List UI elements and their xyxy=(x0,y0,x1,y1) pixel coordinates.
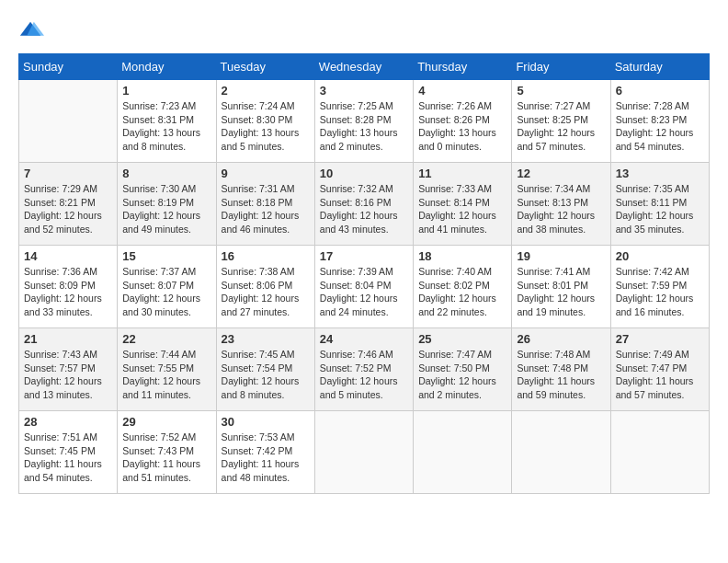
day-info: Sunrise: 7:51 AM Sunset: 7:45 PM Dayligh… xyxy=(24,431,112,485)
calendar-cell: 3Sunrise: 7:25 AM Sunset: 8:28 PM Daylig… xyxy=(314,80,413,163)
day-info: Sunrise: 7:26 AM Sunset: 8:26 PM Dayligh… xyxy=(418,99,506,154)
day-number: 8 xyxy=(122,167,210,180)
calendar-cell: 9Sunrise: 7:31 AM Sunset: 8:18 PM Daylig… xyxy=(216,163,314,246)
calendar-header-row: SundayMondayTuesdayWednesdayThursdayFrid… xyxy=(19,54,710,80)
day-number: 28 xyxy=(24,415,112,429)
calendar-cell: 25Sunrise: 7:47 AM Sunset: 7:50 PM Dayli… xyxy=(414,328,512,411)
day-number: 12 xyxy=(517,167,605,180)
day-info: Sunrise: 7:36 AM Sunset: 8:09 PM Dayligh… xyxy=(24,265,112,319)
day-info: Sunrise: 7:25 AM Sunset: 8:28 PM Dayligh… xyxy=(320,99,408,154)
day-info: Sunrise: 7:49 AM Sunset: 7:47 PM Dayligh… xyxy=(616,348,704,402)
calendar-cell: 27Sunrise: 7:49 AM Sunset: 7:47 PM Dayli… xyxy=(610,328,709,411)
calendar-cell: 22Sunrise: 7:44 AM Sunset: 7:55 PM Dayli… xyxy=(118,328,216,411)
day-info: Sunrise: 7:40 AM Sunset: 8:02 PM Dayligh… xyxy=(418,265,506,319)
calendar-week-row: 28Sunrise: 7:51 AM Sunset: 7:45 PM Dayli… xyxy=(19,411,710,494)
calendar-week-row: 21Sunrise: 7:43 AM Sunset: 7:57 PM Dayli… xyxy=(19,328,710,411)
day-number: 2 xyxy=(222,84,310,98)
day-info: Sunrise: 7:32 AM Sunset: 8:16 PM Dayligh… xyxy=(320,182,408,236)
calendar-cell: 21Sunrise: 7:43 AM Sunset: 7:57 PM Dayli… xyxy=(19,328,118,411)
day-info: Sunrise: 7:46 AM Sunset: 7:52 PM Dayligh… xyxy=(320,348,408,402)
calendar-cell: 16Sunrise: 7:38 AM Sunset: 8:06 PM Dayli… xyxy=(216,246,314,328)
day-number: 26 xyxy=(517,332,605,346)
day-number: 7 xyxy=(24,167,112,180)
calendar-cell xyxy=(314,411,413,494)
day-info: Sunrise: 7:23 AM Sunset: 8:31 PM Dayligh… xyxy=(122,99,210,154)
day-number: 30 xyxy=(222,415,310,429)
day-info: Sunrise: 7:41 AM Sunset: 8:01 PM Dayligh… xyxy=(517,265,605,319)
day-info: Sunrise: 7:48 AM Sunset: 7:48 PM Dayligh… xyxy=(517,348,605,402)
calendar-cell: 1Sunrise: 7:23 AM Sunset: 8:31 PM Daylig… xyxy=(118,80,216,163)
day-number: 29 xyxy=(122,415,210,429)
day-number: 11 xyxy=(418,167,506,180)
day-number: 25 xyxy=(418,332,506,346)
day-info: Sunrise: 7:30 AM Sunset: 8:19 PM Dayligh… xyxy=(122,182,210,236)
page-header xyxy=(18,18,710,44)
day-number: 21 xyxy=(24,332,112,346)
day-info: Sunrise: 7:45 AM Sunset: 7:54 PM Dayligh… xyxy=(222,348,310,402)
day-number: 9 xyxy=(222,167,310,180)
day-number: 27 xyxy=(616,332,704,346)
col-header-tuesday: Tuesday xyxy=(216,54,314,80)
calendar-week-row: 1Sunrise: 7:23 AM Sunset: 8:31 PM Daylig… xyxy=(19,80,710,163)
day-info: Sunrise: 7:39 AM Sunset: 8:04 PM Dayligh… xyxy=(320,265,408,319)
calendar-cell: 23Sunrise: 7:45 AM Sunset: 7:54 PM Dayli… xyxy=(216,328,314,411)
col-header-friday: Friday xyxy=(512,54,610,80)
calendar-cell xyxy=(610,411,709,494)
day-info: Sunrise: 7:44 AM Sunset: 7:55 PM Dayligh… xyxy=(122,348,210,402)
day-info: Sunrise: 7:29 AM Sunset: 8:21 PM Dayligh… xyxy=(24,182,112,236)
calendar-cell: 8Sunrise: 7:30 AM Sunset: 8:19 PM Daylig… xyxy=(118,163,216,246)
day-info: Sunrise: 7:52 AM Sunset: 7:43 PM Dayligh… xyxy=(122,431,210,485)
col-header-wednesday: Wednesday xyxy=(314,54,413,80)
calendar-cell: 11Sunrise: 7:33 AM Sunset: 8:14 PM Dayli… xyxy=(414,163,512,246)
day-info: Sunrise: 7:33 AM Sunset: 8:14 PM Dayligh… xyxy=(418,182,506,236)
day-info: Sunrise: 7:37 AM Sunset: 8:07 PM Dayligh… xyxy=(122,265,210,319)
day-number: 16 xyxy=(222,249,310,263)
calendar-cell: 17Sunrise: 7:39 AM Sunset: 8:04 PM Dayli… xyxy=(314,246,413,328)
day-info: Sunrise: 7:27 AM Sunset: 8:25 PM Dayligh… xyxy=(517,99,605,154)
calendar-cell: 15Sunrise: 7:37 AM Sunset: 8:07 PM Dayli… xyxy=(118,246,216,328)
day-info: Sunrise: 7:38 AM Sunset: 8:06 PM Dayligh… xyxy=(222,265,310,319)
calendar-cell: 28Sunrise: 7:51 AM Sunset: 7:45 PM Dayli… xyxy=(19,411,118,494)
day-info: Sunrise: 7:31 AM Sunset: 8:18 PM Dayligh… xyxy=(222,182,310,236)
calendar-cell: 14Sunrise: 7:36 AM Sunset: 8:09 PM Dayli… xyxy=(19,246,118,328)
calendar-cell: 6Sunrise: 7:28 AM Sunset: 8:23 PM Daylig… xyxy=(610,80,709,163)
calendar-cell: 26Sunrise: 7:48 AM Sunset: 7:48 PM Dayli… xyxy=(512,328,610,411)
day-number: 1 xyxy=(122,84,210,98)
day-number: 23 xyxy=(222,332,310,346)
day-number: 19 xyxy=(517,249,605,263)
day-number: 13 xyxy=(616,167,704,180)
col-header-saturday: Saturday xyxy=(610,54,709,80)
calendar-cell: 4Sunrise: 7:26 AM Sunset: 8:26 PM Daylig… xyxy=(414,80,512,163)
day-number: 6 xyxy=(616,84,704,98)
day-info: Sunrise: 7:47 AM Sunset: 7:50 PM Dayligh… xyxy=(418,348,506,402)
logo xyxy=(18,18,48,44)
day-info: Sunrise: 7:24 AM Sunset: 8:30 PM Dayligh… xyxy=(222,99,310,154)
day-number: 15 xyxy=(122,249,210,263)
calendar-cell: 30Sunrise: 7:53 AM Sunset: 7:42 PM Dayli… xyxy=(216,411,314,494)
calendar-table: SundayMondayTuesdayWednesdayThursdayFrid… xyxy=(18,53,710,494)
calendar-cell: 18Sunrise: 7:40 AM Sunset: 8:02 PM Dayli… xyxy=(414,246,512,328)
day-number: 22 xyxy=(122,332,210,346)
calendar-cell: 20Sunrise: 7:42 AM Sunset: 7:59 PM Dayli… xyxy=(610,246,709,328)
calendar-cell: 10Sunrise: 7:32 AM Sunset: 8:16 PM Dayli… xyxy=(314,163,413,246)
calendar-cell: 2Sunrise: 7:24 AM Sunset: 8:30 PM Daylig… xyxy=(216,80,314,163)
day-number: 20 xyxy=(616,249,704,263)
col-header-monday: Monday xyxy=(118,54,216,80)
calendar-cell: 29Sunrise: 7:52 AM Sunset: 7:43 PM Dayli… xyxy=(118,411,216,494)
calendar-cell: 7Sunrise: 7:29 AM Sunset: 8:21 PM Daylig… xyxy=(19,163,118,246)
day-number: 5 xyxy=(517,84,605,98)
calendar-week-row: 7Sunrise: 7:29 AM Sunset: 8:21 PM Daylig… xyxy=(19,163,710,246)
calendar-cell xyxy=(414,411,512,494)
day-number: 18 xyxy=(418,249,506,263)
day-number: 3 xyxy=(320,84,408,98)
calendar-cell xyxy=(512,411,610,494)
logo-icon xyxy=(18,18,44,44)
col-header-sunday: Sunday xyxy=(19,54,118,80)
day-number: 17 xyxy=(320,249,408,263)
day-number: 10 xyxy=(320,167,408,180)
calendar-cell: 19Sunrise: 7:41 AM Sunset: 8:01 PM Dayli… xyxy=(512,246,610,328)
day-number: 14 xyxy=(24,249,112,263)
calendar-cell xyxy=(19,80,118,163)
day-number: 24 xyxy=(320,332,408,346)
day-info: Sunrise: 7:34 AM Sunset: 8:13 PM Dayligh… xyxy=(517,182,605,236)
